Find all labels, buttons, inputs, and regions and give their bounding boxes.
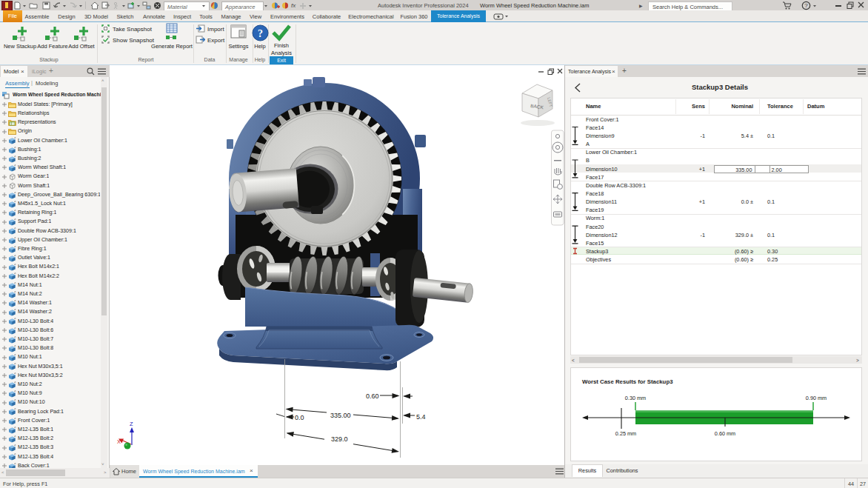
svg-text:?: ? (258, 28, 263, 39)
svg-text:0.30 mm: 0.30 mm (625, 395, 646, 401)
svg-text:5.4: 5.4 (416, 413, 426, 421)
svg-text:0.0: 0.0 (295, 414, 304, 421)
svg-text:0.90 mm: 0.90 mm (806, 395, 827, 401)
svg-text:0.25 mm: 0.25 mm (615, 430, 636, 437)
svg-text:X: X (117, 438, 121, 445)
svg-text:335.00: 335.00 (330, 412, 351, 419)
svg-text:329.0: 329.0 (331, 435, 348, 443)
svg-text:?: ? (804, 2, 808, 9)
svg-text:0.60 mm: 0.60 mm (715, 430, 735, 437)
svg-text:0.60: 0.60 (366, 392, 379, 400)
svg-text:Z: Z (130, 421, 133, 427)
